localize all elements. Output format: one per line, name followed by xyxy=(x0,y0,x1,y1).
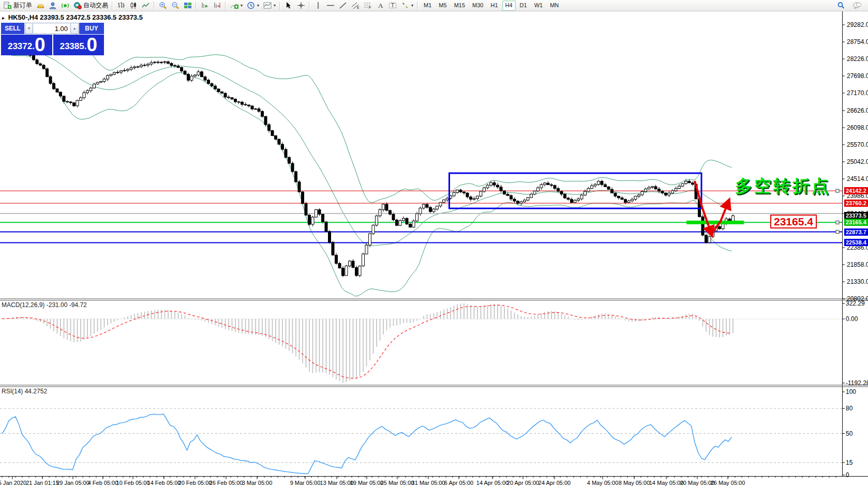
crosshair-icon xyxy=(297,2,305,9)
templates-button[interactable]: ▾ xyxy=(261,1,278,10)
gold-button[interactable] xyxy=(34,1,47,10)
timeframe-m15-button[interactable]: M15 xyxy=(451,1,468,11)
indicators-button[interactable]: ▾ xyxy=(228,1,245,10)
line-chart-button[interactable] xyxy=(140,1,152,10)
timeframe-mn-button[interactable]: MN xyxy=(547,1,562,11)
search-button[interactable] xyxy=(835,1,847,10)
publisher-button[interactable] xyxy=(47,1,59,10)
time-axis-label: 20 Feb 05:00 xyxy=(178,480,212,486)
publisher-icon xyxy=(49,2,57,9)
price-axis-tick: 27698.0 xyxy=(847,72,868,80)
vline-icon xyxy=(314,2,322,9)
timeframe-w1-button[interactable]: W1 xyxy=(531,1,546,11)
svg-text:F: F xyxy=(369,6,371,9)
chat-icon xyxy=(852,2,862,9)
toolbar-right-group xyxy=(835,1,868,10)
time-axis-label: 19 Mar 05:00 xyxy=(350,480,384,486)
time-axis-label: 26 May 05:00 xyxy=(711,480,745,486)
macd-axis-label: 0.00 xyxy=(846,315,858,323)
time-axis-label: 10 Feb 05:00 xyxy=(116,480,150,486)
volume-up-button[interactable]: ▴ xyxy=(70,23,79,34)
timeframe-m1-button[interactable]: M1 xyxy=(421,1,435,11)
hline-button[interactable] xyxy=(324,1,337,10)
timeframe-d1-button[interactable]: D1 xyxy=(517,1,530,11)
signals-button[interactable] xyxy=(59,1,71,10)
bar-chart-button[interactable] xyxy=(115,1,127,10)
text-button[interactable]: A xyxy=(374,1,386,10)
quote-line: ▸ HK50-,H4 23393.5 23472.5 23336.5 23373… xyxy=(2,13,143,21)
price-axis-tick: 28754.0 xyxy=(847,38,868,45)
trendline-button[interactable] xyxy=(337,1,349,10)
timeframe-h1-button[interactable]: H1 xyxy=(487,1,501,11)
chart-shift-button[interactable] xyxy=(211,1,223,10)
vline-button[interactable] xyxy=(312,1,324,10)
zoom-in-button[interactable] xyxy=(157,1,169,10)
autotrading-button[interactable]: 自动交易 xyxy=(71,1,110,10)
one-click-trading-panel: SELL ▾ ▴ BUY 23372.0 23385.0 xyxy=(1,23,104,55)
price-digits: 0 xyxy=(86,36,97,54)
hline-icon xyxy=(326,2,335,9)
channel-icon: E xyxy=(351,2,360,9)
label-button[interactable]: T xyxy=(386,1,399,10)
timeframe-h4-button[interactable]: H4 xyxy=(502,1,516,11)
price-axis-tick: 28226.0 xyxy=(847,55,868,63)
chevron-down-icon: ▾ xyxy=(257,3,259,8)
macd-pane[interactable] xyxy=(0,301,842,385)
toolbar-separator xyxy=(225,2,227,10)
chat-button[interactable] xyxy=(850,1,864,10)
toolbar-separator xyxy=(196,2,197,10)
rsi-pane[interactable] xyxy=(0,387,842,476)
symbol-name: HK50-,H4 xyxy=(8,13,38,21)
time-axis-label: 8 May 05:00 xyxy=(619,480,650,486)
price-badge: 22873.7 xyxy=(844,228,868,236)
zoom-out-icon xyxy=(171,2,179,9)
gold-icon xyxy=(36,2,44,9)
volume-down-button[interactable]: ▾ xyxy=(25,23,33,34)
macd-indicator-label: MACD(12,26,9) -231.00 -94.72 xyxy=(2,301,87,309)
price-badge: 22538.4 xyxy=(844,239,868,246)
timeframe-m30-button[interactable]: M30 xyxy=(469,1,486,11)
main-chart-pane[interactable] xyxy=(0,11,842,299)
buy-price[interactable]: 23385.0 xyxy=(53,35,104,55)
time-axis-label: 20 Apr 05:00 xyxy=(507,480,539,486)
volume-input[interactable] xyxy=(34,23,70,34)
zoom-out-button[interactable] xyxy=(169,1,182,10)
rsi-axis-label: 100 xyxy=(846,388,856,395)
quote-low: 23336.5 xyxy=(92,13,116,21)
tile-windows-button[interactable] xyxy=(182,1,194,10)
sell-price[interactable]: 23372.0 xyxy=(1,35,52,55)
price-badge: 23760.2 xyxy=(844,200,868,207)
sell-button[interactable]: SELL xyxy=(1,23,24,34)
price-axis-tick: 24514.0 xyxy=(847,175,868,182)
candlestick-button[interactable] xyxy=(127,1,140,10)
channel-button[interactable]: E xyxy=(349,1,362,10)
time-axis-label: 3 Mar 05:00 xyxy=(242,480,273,486)
timeframe-m5-button[interactable]: M5 xyxy=(436,1,450,11)
time-axis-label: 14 Apr 05:00 xyxy=(476,480,508,486)
crosshair-button[interactable] xyxy=(295,1,307,10)
text-icon: A xyxy=(376,2,384,9)
autotrading-icon xyxy=(73,2,82,9)
toolbar-separator xyxy=(417,2,418,10)
price-axis-tick: 25042.0 xyxy=(847,158,868,165)
price-axis-tick: 26098.0 xyxy=(847,124,868,131)
cursor-button[interactable] xyxy=(282,1,295,10)
price-badge: 23373.5 xyxy=(844,212,868,219)
time-axis-label: 5 Jan 2020 xyxy=(0,480,26,486)
bar-chart-icon xyxy=(117,2,125,9)
fibo-icon: F xyxy=(364,2,372,9)
autotrading-button-label: 自动交易 xyxy=(83,1,108,10)
new-order-button[interactable]: 新订单 xyxy=(2,1,34,10)
buy-button[interactable]: BUY xyxy=(79,23,104,34)
rsi-axis-label: 0 xyxy=(846,471,849,479)
auto-scroll-button[interactable] xyxy=(199,1,211,10)
price-axis-tick: 25570.0 xyxy=(847,141,868,148)
periods-button[interactable]: ▾ xyxy=(245,1,261,10)
fibo-button[interactable]: F xyxy=(362,1,374,10)
cursor-icon xyxy=(285,2,293,9)
arrows-button[interactable]: ▾ xyxy=(399,1,415,10)
price-digits: 23385 xyxy=(59,39,84,54)
price-digits: 0 xyxy=(35,36,46,54)
mt4-terminal: { "toolbar": { "items": [ {"icon":"new-o… xyxy=(0,0,868,489)
toolbar-separator xyxy=(112,2,113,10)
